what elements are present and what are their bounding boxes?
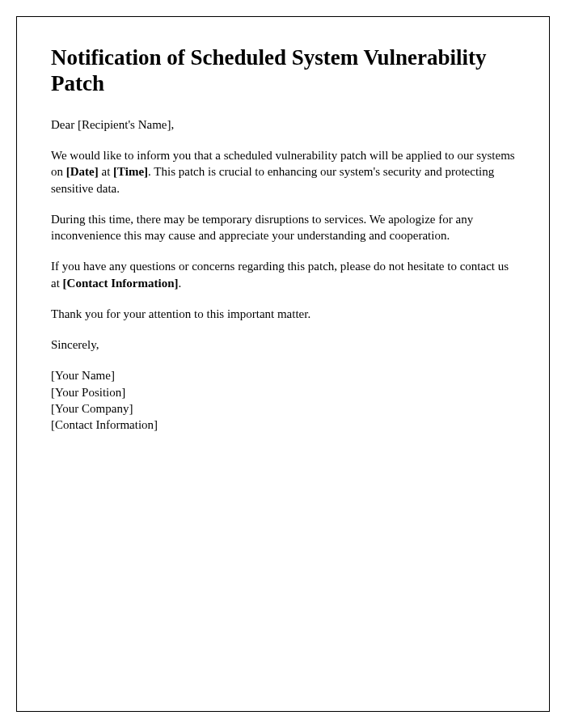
date-placeholder: [Date] bbox=[66, 165, 99, 178]
time-placeholder: [Time] bbox=[113, 165, 148, 178]
contact-placeholder: [Contact Information] bbox=[63, 277, 179, 290]
salutation: Dear [Recipient's Name], bbox=[51, 116, 515, 133]
closing: Sincerely, bbox=[51, 336, 515, 353]
salutation-prefix: Dear bbox=[51, 118, 78, 131]
paragraph-2: During this time, there may be temporary… bbox=[51, 211, 515, 244]
document-frame: Notification of Scheduled System Vulnera… bbox=[16, 16, 550, 712]
signature-block: [Your Name] [Your Position] [Your Compan… bbox=[51, 367, 515, 433]
para3-text-2: . bbox=[178, 277, 181, 290]
signature-company: [Your Company] bbox=[51, 400, 515, 417]
recipient-name-placeholder: [Recipient's Name] bbox=[78, 118, 171, 131]
document-title: Notification of Scheduled System Vulnera… bbox=[51, 44, 515, 97]
paragraph-3: If you have any questions or concerns re… bbox=[51, 258, 515, 291]
signature-position: [Your Position] bbox=[51, 384, 515, 400]
paragraph-4: Thank you for your attention to this imp… bbox=[51, 306, 515, 322]
paragraph-1: We would like to inform you that a sched… bbox=[51, 147, 515, 197]
signature-contact: [Contact Information] bbox=[51, 417, 515, 433]
signature-name: [Your Name] bbox=[51, 367, 515, 383]
salutation-suffix: , bbox=[171, 118, 174, 131]
para1-text-2: at bbox=[99, 165, 113, 178]
